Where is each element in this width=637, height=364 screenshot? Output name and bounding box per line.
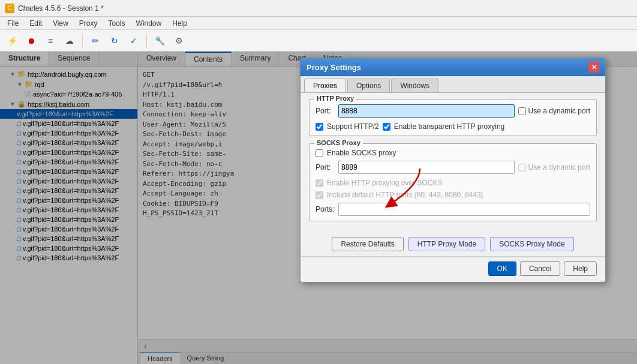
menu-view[interactable]: View — [48, 18, 73, 29]
dialog-tab-proxies[interactable]: Proxies — [304, 79, 346, 92]
http-proxy-label: HTTP Proxy — [314, 95, 356, 102]
menu-bar: File Edit View Proxy Tools Window Help — [0, 17, 637, 30]
wrench-button[interactable]: 🔧 — [151, 32, 168, 49]
socks-dynamic-port-checkbox[interactable] — [518, 164, 526, 172]
socks-dynamic-port-row: Use a dynamic port — [518, 163, 590, 172]
ok-button[interactable]: OK — [488, 261, 516, 276]
help-button[interactable]: Help — [564, 261, 597, 276]
restore-defaults-button[interactable]: Restore Defaults — [332, 237, 403, 251]
dynamic-port-row: Use a dynamic port — [518, 107, 590, 115]
socks-proxy-mode-button[interactable]: SOCKS Proxy Mode — [490, 237, 573, 251]
ports-input[interactable] — [338, 203, 590, 216]
app-icon: C — [5, 4, 14, 13]
enable-socks-row: Enable SOCKS proxy — [316, 149, 590, 157]
use-dynamic-port-label: Use a dynamic port — [528, 107, 590, 115]
transparent-proxy-label: Enable transparent HTTP proxying — [394, 122, 505, 131]
enable-socks-label: Enable SOCKS proxy — [327, 149, 396, 157]
transparent-proxy-checkbox[interactable] — [383, 123, 390, 131]
socks-proxy-label: SOCKS Proxy — [314, 139, 363, 146]
proxy-settings-dialog: Proxy Settings ✕ Proxies Options Windows… — [300, 58, 606, 282]
window-title: Charles 4.5.6 - Session 1 * — [18, 4, 104, 13]
lightning-button[interactable]: ⚡ — [4, 32, 20, 49]
support-http2-row: Support HTTP/2 Enable transparent HTTP p… — [316, 122, 590, 131]
toolbar: ⚡ ⏺ ≡ ☁ ✏ ↻ ✓ 🔧 ⚙ — [0, 30, 637, 52]
menu-file[interactable]: File — [2, 18, 23, 29]
port-row: Port: Use a dynamic port — [316, 104, 590, 118]
support-http2-label: Support HTTP/2 — [327, 122, 379, 131]
socks-port-label: Port: — [316, 163, 335, 172]
default-ports-row: Include default HTTP ports (80, 443, 808… — [316, 191, 590, 199]
http-proxy-section: HTTP Proxy Port: Use a dynamic port Supp… — [309, 99, 597, 136]
refresh-button[interactable]: ↻ — [106, 32, 123, 49]
menu-proxy[interactable]: Proxy — [74, 18, 103, 29]
gear-button[interactable]: ⚙ — [170, 32, 187, 49]
toolbar-separator-2 — [146, 34, 147, 48]
enable-socks-checkbox[interactable] — [316, 149, 323, 157]
http-over-socks-checkbox[interactable] — [316, 179, 323, 187]
socks-proxy-section: SOCKS Proxy Enable SOCKS proxy Port: Use… — [309, 143, 597, 221]
http-over-socks-row: Enable HTTP proxying over SOCKS — [316, 179, 590, 187]
menu-edit[interactable]: Edit — [25, 18, 47, 29]
ports-label: Ports: — [316, 205, 335, 213]
dialog-title: Proxy Settings — [307, 63, 361, 72]
cancel-button[interactable]: Cancel — [520, 261, 560, 276]
dialog-titlebar: Proxy Settings ✕ — [301, 58, 605, 76]
dialog-footer: OK Cancel Help — [301, 256, 605, 282]
dialog-tab-windows[interactable]: Windows — [391, 79, 438, 92]
list-button[interactable]: ≡ — [42, 32, 59, 49]
http-proxy-mode-button[interactable]: HTTP Proxy Mode — [408, 237, 485, 251]
dialog-overlay: Proxy Settings ✕ Proxies Options Windows… — [0, 52, 637, 364]
cloud-button[interactable]: ☁ — [61, 32, 78, 49]
middle-buttons: Restore Defaults HTTP Proxy Mode SOCKS P… — [301, 234, 605, 256]
socks-dynamic-port-label: Use a dynamic port — [528, 163, 590, 172]
record-button[interactable]: ⏺ — [23, 32, 40, 49]
http-over-socks-label: Enable HTTP proxying over SOCKS — [327, 179, 443, 187]
dialog-content: HTTP Proxy Port: Use a dynamic port Supp… — [301, 93, 605, 234]
toolbar-separator-1 — [82, 34, 83, 48]
menu-window[interactable]: Window — [131, 18, 167, 29]
ok-cancel-help: OK Cancel Help — [488, 261, 597, 276]
use-dynamic-port-checkbox[interactable] — [518, 107, 526, 115]
default-ports-checkbox[interactable] — [316, 191, 323, 199]
dialog-tab-options[interactable]: Options — [347, 79, 390, 92]
dialog-close-button[interactable]: ✕ — [588, 62, 599, 73]
menu-tools[interactable]: Tools — [104, 18, 130, 29]
menu-help[interactable]: Help — [167, 18, 192, 29]
check-button[interactable]: ✓ — [125, 32, 142, 49]
pencil-button[interactable]: ✏ — [87, 32, 104, 49]
dialog-tabs: Proxies Options Windows — [301, 76, 605, 93]
port-label: Port: — [316, 107, 335, 115]
support-http2-checkbox[interactable] — [316, 123, 323, 131]
ports-row: Ports: — [316, 203, 590, 216]
socks-port-input[interactable] — [338, 161, 515, 174]
http-port-input[interactable] — [338, 104, 515, 118]
socks-port-row: Port: Use a dynamic port — [316, 161, 590, 174]
default-ports-label: Include default HTTP ports (80, 443, 808… — [327, 191, 483, 199]
main-container: Structure Sequence ▼ 📁 http://android.bu… — [0, 52, 637, 364]
title-bar: C Charles 4.5.6 - Session 1 * — [0, 0, 637, 17]
